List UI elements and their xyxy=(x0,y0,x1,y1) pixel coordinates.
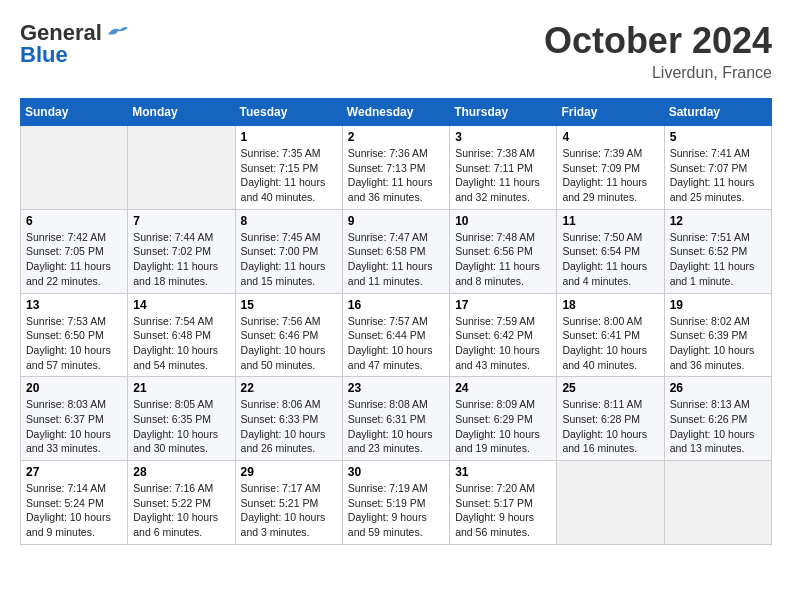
week-row-4: 20Sunrise: 8:03 AMSunset: 6:37 PMDayligh… xyxy=(21,377,772,461)
day-info: Sunrise: 7:51 AMSunset: 6:52 PMDaylight:… xyxy=(670,230,766,289)
day-number: 17 xyxy=(455,298,551,312)
day-number: 13 xyxy=(26,298,122,312)
calendar-cell: 1Sunrise: 7:35 AMSunset: 7:15 PMDaylight… xyxy=(235,126,342,210)
weekday-header-monday: Monday xyxy=(128,99,235,126)
day-number: 6 xyxy=(26,214,122,228)
day-number: 9 xyxy=(348,214,444,228)
calendar-cell: 23Sunrise: 8:08 AMSunset: 6:31 PMDayligh… xyxy=(342,377,449,461)
day-info: Sunrise: 7:36 AMSunset: 7:13 PMDaylight:… xyxy=(348,146,444,205)
day-number: 5 xyxy=(670,130,766,144)
day-number: 31 xyxy=(455,465,551,479)
day-info: Sunrise: 7:42 AMSunset: 7:05 PMDaylight:… xyxy=(26,230,122,289)
calendar-table: SundayMondayTuesdayWednesdayThursdayFrid… xyxy=(20,98,772,545)
day-number: 15 xyxy=(241,298,337,312)
day-number: 14 xyxy=(133,298,229,312)
day-number: 19 xyxy=(670,298,766,312)
calendar-cell: 17Sunrise: 7:59 AMSunset: 6:42 PMDayligh… xyxy=(450,293,557,377)
day-info: Sunrise: 7:56 AMSunset: 6:46 PMDaylight:… xyxy=(241,314,337,373)
calendar-cell: 22Sunrise: 8:06 AMSunset: 6:33 PMDayligh… xyxy=(235,377,342,461)
weekday-header-thursday: Thursday xyxy=(450,99,557,126)
day-info: Sunrise: 7:50 AMSunset: 6:54 PMDaylight:… xyxy=(562,230,658,289)
calendar-cell: 26Sunrise: 8:13 AMSunset: 6:26 PMDayligh… xyxy=(664,377,771,461)
day-info: Sunrise: 7:38 AMSunset: 7:11 PMDaylight:… xyxy=(455,146,551,205)
calendar-cell: 20Sunrise: 8:03 AMSunset: 6:37 PMDayligh… xyxy=(21,377,128,461)
day-info: Sunrise: 7:47 AMSunset: 6:58 PMDaylight:… xyxy=(348,230,444,289)
day-info: Sunrise: 8:11 AMSunset: 6:28 PMDaylight:… xyxy=(562,397,658,456)
day-info: Sunrise: 7:17 AMSunset: 5:21 PMDaylight:… xyxy=(241,481,337,540)
day-number: 24 xyxy=(455,381,551,395)
week-row-3: 13Sunrise: 7:53 AMSunset: 6:50 PMDayligh… xyxy=(21,293,772,377)
calendar-cell xyxy=(21,126,128,210)
day-info: Sunrise: 7:41 AMSunset: 7:07 PMDaylight:… xyxy=(670,146,766,205)
day-info: Sunrise: 7:53 AMSunset: 6:50 PMDaylight:… xyxy=(26,314,122,373)
day-info: Sunrise: 7:19 AMSunset: 5:19 PMDaylight:… xyxy=(348,481,444,540)
calendar-cell: 27Sunrise: 7:14 AMSunset: 5:24 PMDayligh… xyxy=(21,461,128,545)
week-row-1: 1Sunrise: 7:35 AMSunset: 7:15 PMDaylight… xyxy=(21,126,772,210)
day-info: Sunrise: 8:06 AMSunset: 6:33 PMDaylight:… xyxy=(241,397,337,456)
day-number: 22 xyxy=(241,381,337,395)
calendar-cell: 14Sunrise: 7:54 AMSunset: 6:48 PMDayligh… xyxy=(128,293,235,377)
day-number: 21 xyxy=(133,381,229,395)
day-info: Sunrise: 7:35 AMSunset: 7:15 PMDaylight:… xyxy=(241,146,337,205)
calendar-cell: 9Sunrise: 7:47 AMSunset: 6:58 PMDaylight… xyxy=(342,209,449,293)
day-number: 12 xyxy=(670,214,766,228)
day-number: 18 xyxy=(562,298,658,312)
day-info: Sunrise: 8:02 AMSunset: 6:39 PMDaylight:… xyxy=(670,314,766,373)
day-info: Sunrise: 7:16 AMSunset: 5:22 PMDaylight:… xyxy=(133,481,229,540)
calendar-cell: 12Sunrise: 7:51 AMSunset: 6:52 PMDayligh… xyxy=(664,209,771,293)
week-row-2: 6Sunrise: 7:42 AMSunset: 7:05 PMDaylight… xyxy=(21,209,772,293)
logo-bird-icon xyxy=(106,24,128,42)
day-number: 30 xyxy=(348,465,444,479)
day-number: 8 xyxy=(241,214,337,228)
calendar-cell xyxy=(664,461,771,545)
weekday-header-row: SundayMondayTuesdayWednesdayThursdayFrid… xyxy=(21,99,772,126)
weekday-header-tuesday: Tuesday xyxy=(235,99,342,126)
day-number: 26 xyxy=(670,381,766,395)
calendar-cell: 13Sunrise: 7:53 AMSunset: 6:50 PMDayligh… xyxy=(21,293,128,377)
day-info: Sunrise: 7:39 AMSunset: 7:09 PMDaylight:… xyxy=(562,146,658,205)
day-number: 16 xyxy=(348,298,444,312)
calendar-cell xyxy=(128,126,235,210)
day-number: 1 xyxy=(241,130,337,144)
calendar-cell: 29Sunrise: 7:17 AMSunset: 5:21 PMDayligh… xyxy=(235,461,342,545)
day-info: Sunrise: 7:54 AMSunset: 6:48 PMDaylight:… xyxy=(133,314,229,373)
day-number: 7 xyxy=(133,214,229,228)
logo-blue: Blue xyxy=(20,42,68,68)
day-info: Sunrise: 8:13 AMSunset: 6:26 PMDaylight:… xyxy=(670,397,766,456)
calendar-cell: 4Sunrise: 7:39 AMSunset: 7:09 PMDaylight… xyxy=(557,126,664,210)
day-number: 29 xyxy=(241,465,337,479)
day-number: 20 xyxy=(26,381,122,395)
calendar-cell xyxy=(557,461,664,545)
day-number: 23 xyxy=(348,381,444,395)
day-number: 28 xyxy=(133,465,229,479)
calendar-cell: 25Sunrise: 8:11 AMSunset: 6:28 PMDayligh… xyxy=(557,377,664,461)
calendar-cell: 31Sunrise: 7:20 AMSunset: 5:17 PMDayligh… xyxy=(450,461,557,545)
day-info: Sunrise: 7:48 AMSunset: 6:56 PMDaylight:… xyxy=(455,230,551,289)
calendar-cell: 18Sunrise: 8:00 AMSunset: 6:41 PMDayligh… xyxy=(557,293,664,377)
day-info: Sunrise: 7:57 AMSunset: 6:44 PMDaylight:… xyxy=(348,314,444,373)
day-info: Sunrise: 7:59 AMSunset: 6:42 PMDaylight:… xyxy=(455,314,551,373)
weekday-header-sunday: Sunday xyxy=(21,99,128,126)
calendar-cell: 21Sunrise: 8:05 AMSunset: 6:35 PMDayligh… xyxy=(128,377,235,461)
weekday-header-saturday: Saturday xyxy=(664,99,771,126)
day-number: 4 xyxy=(562,130,658,144)
month-title: October 2024 xyxy=(544,20,772,62)
calendar-cell: 2Sunrise: 7:36 AMSunset: 7:13 PMDaylight… xyxy=(342,126,449,210)
calendar-cell: 15Sunrise: 7:56 AMSunset: 6:46 PMDayligh… xyxy=(235,293,342,377)
location: Liverdun, France xyxy=(544,64,772,82)
day-number: 3 xyxy=(455,130,551,144)
weekday-header-wednesday: Wednesday xyxy=(342,99,449,126)
calendar-cell: 24Sunrise: 8:09 AMSunset: 6:29 PMDayligh… xyxy=(450,377,557,461)
day-info: Sunrise: 8:00 AMSunset: 6:41 PMDaylight:… xyxy=(562,314,658,373)
calendar-cell: 8Sunrise: 7:45 AMSunset: 7:00 PMDaylight… xyxy=(235,209,342,293)
day-info: Sunrise: 7:20 AMSunset: 5:17 PMDaylight:… xyxy=(455,481,551,540)
calendar-cell: 28Sunrise: 7:16 AMSunset: 5:22 PMDayligh… xyxy=(128,461,235,545)
calendar-cell: 6Sunrise: 7:42 AMSunset: 7:05 PMDaylight… xyxy=(21,209,128,293)
calendar-cell: 3Sunrise: 7:38 AMSunset: 7:11 PMDaylight… xyxy=(450,126,557,210)
calendar-cell: 19Sunrise: 8:02 AMSunset: 6:39 PMDayligh… xyxy=(664,293,771,377)
day-info: Sunrise: 7:45 AMSunset: 7:00 PMDaylight:… xyxy=(241,230,337,289)
calendar-cell: 11Sunrise: 7:50 AMSunset: 6:54 PMDayligh… xyxy=(557,209,664,293)
weekday-header-friday: Friday xyxy=(557,99,664,126)
page-header: General Blue October 2024 Liverdun, Fran… xyxy=(20,20,772,82)
logo: General Blue xyxy=(20,20,128,68)
